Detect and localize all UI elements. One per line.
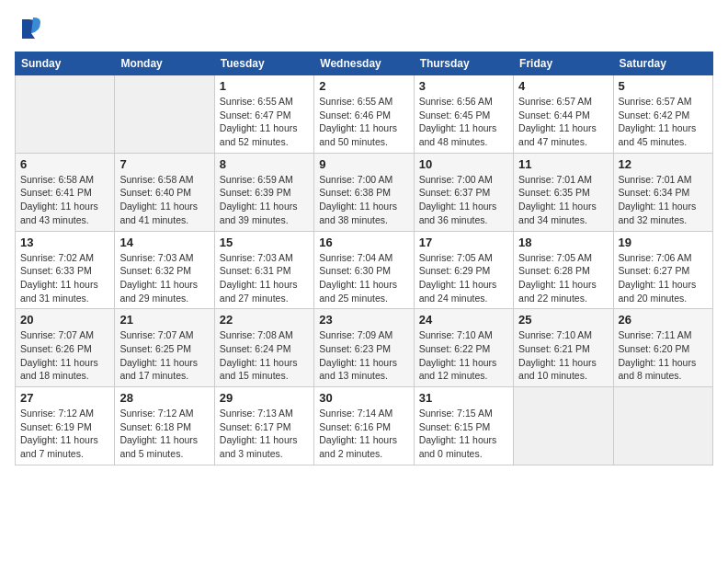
cell-content: Sunrise: 7:11 AM Sunset: 6:20 PM Dayligh… [619, 328, 708, 383]
calendar-cell: 23Sunrise: 7:09 AM Sunset: 6:23 PM Dayli… [314, 309, 414, 387]
calendar-cell: 10Sunrise: 7:00 AM Sunset: 6:37 PM Dayli… [414, 153, 513, 231]
day-header-wednesday: Wednesday [314, 52, 414, 75]
cell-content: Sunrise: 6:58 AM Sunset: 6:41 PM Dayligh… [20, 173, 109, 227]
cell-content: Sunrise: 7:07 AM Sunset: 6:26 PM Dayligh… [20, 328, 109, 383]
calendar-cell: 16Sunrise: 7:04 AM Sunset: 6:30 PM Dayli… [314, 231, 414, 309]
day-number: 30 [319, 391, 408, 405]
day-header-thursday: Thursday [414, 52, 513, 75]
day-number: 26 [619, 313, 708, 327]
cell-content: Sunrise: 7:00 AM Sunset: 6:37 PM Dayligh… [419, 173, 508, 227]
day-number: 15 [220, 236, 309, 249]
cell-content: Sunrise: 7:09 AM Sunset: 6:23 PM Dayligh… [319, 328, 408, 383]
day-number: 28 [119, 391, 209, 405]
days-header-row: SundayMondayTuesdayWednesdayThursdayFrid… [16, 52, 713, 75]
calendar-cell: 25Sunrise: 7:10 AM Sunset: 6:21 PM Dayli… [514, 309, 613, 387]
day-number: 7 [119, 157, 209, 171]
calendar-cell: 19Sunrise: 7:06 AM Sunset: 6:27 PM Dayli… [613, 231, 712, 309]
day-header-saturday: Saturday [613, 52, 712, 75]
day-number: 13 [20, 236, 109, 249]
cell-content: Sunrise: 6:57 AM Sunset: 6:44 PM Dayligh… [518, 95, 608, 149]
calendar-cell: 2Sunrise: 6:55 AM Sunset: 6:46 PM Daylig… [314, 75, 414, 154]
day-number: 31 [419, 391, 508, 405]
day-number: 5 [619, 79, 708, 93]
day-number: 17 [419, 236, 508, 249]
calendar-cell: 21Sunrise: 7:07 AM Sunset: 6:25 PM Dayli… [115, 309, 214, 387]
week-row-5: 27Sunrise: 7:12 AM Sunset: 6:19 PM Dayli… [16, 387, 713, 465]
cell-content: Sunrise: 7:05 AM Sunset: 6:28 PM Dayligh… [518, 251, 608, 305]
calendar-cell: 13Sunrise: 7:02 AM Sunset: 6:33 PM Dayli… [16, 231, 115, 309]
cell-content: Sunrise: 7:15 AM Sunset: 6:15 PM Dayligh… [419, 407, 508, 461]
day-number: 6 [20, 157, 109, 171]
cell-content: Sunrise: 7:13 AM Sunset: 6:17 PM Dayligh… [220, 407, 309, 461]
week-row-2: 6Sunrise: 6:58 AM Sunset: 6:41 PM Daylig… [16, 153, 713, 231]
calendar-cell: 14Sunrise: 7:03 AM Sunset: 6:32 PM Dayli… [115, 231, 214, 309]
day-number: 18 [518, 236, 608, 249]
calendar-cell: 27Sunrise: 7:12 AM Sunset: 6:19 PM Dayli… [16, 387, 115, 465]
calendar-cell: 24Sunrise: 7:10 AM Sunset: 6:22 PM Dayli… [414, 309, 513, 387]
cell-content: Sunrise: 6:56 AM Sunset: 6:45 PM Dayligh… [419, 95, 508, 149]
day-number: 25 [518, 313, 608, 327]
calendar-cell: 3Sunrise: 6:56 AM Sunset: 6:45 PM Daylig… [414, 75, 513, 154]
calendar-cell: 9Sunrise: 7:00 AM Sunset: 6:38 PM Daylig… [314, 153, 414, 231]
calendar-cell [613, 387, 712, 465]
calendar-cell [16, 75, 115, 154]
week-row-3: 13Sunrise: 7:02 AM Sunset: 6:33 PM Dayli… [16, 231, 713, 309]
day-number: 8 [220, 157, 309, 171]
week-row-4: 20Sunrise: 7:07 AM Sunset: 6:26 PM Dayli… [16, 309, 713, 387]
calendar-cell: 29Sunrise: 7:13 AM Sunset: 6:17 PM Dayli… [214, 387, 313, 465]
day-header-tuesday: Tuesday [214, 52, 313, 75]
calendar-cell: 12Sunrise: 7:01 AM Sunset: 6:34 PM Dayli… [613, 153, 712, 231]
cell-content: Sunrise: 7:05 AM Sunset: 6:29 PM Dayligh… [419, 251, 508, 305]
cell-content: Sunrise: 6:55 AM Sunset: 6:46 PM Dayligh… [319, 95, 408, 149]
cell-content: Sunrise: 7:06 AM Sunset: 6:27 PM Dayligh… [619, 251, 708, 305]
cell-content: Sunrise: 7:10 AM Sunset: 6:22 PM Dayligh… [419, 328, 508, 383]
calendar-cell [514, 387, 613, 465]
cell-content: Sunrise: 7:12 AM Sunset: 6:18 PM Dayligh… [119, 407, 209, 461]
calendar-cell: 26Sunrise: 7:11 AM Sunset: 6:20 PM Dayli… [613, 309, 712, 387]
day-header-monday: Monday [115, 52, 214, 75]
calendar-cell: 31Sunrise: 7:15 AM Sunset: 6:15 PM Dayli… [414, 387, 513, 465]
cell-content: Sunrise: 7:00 AM Sunset: 6:38 PM Dayligh… [319, 173, 408, 227]
day-header-sunday: Sunday [16, 52, 115, 75]
day-number: 11 [518, 157, 608, 171]
cell-content: Sunrise: 7:03 AM Sunset: 6:31 PM Dayligh… [220, 251, 309, 305]
calendar-cell: 22Sunrise: 7:08 AM Sunset: 6:24 PM Dayli… [214, 309, 313, 387]
day-number: 19 [619, 236, 708, 249]
day-number: 2 [319, 79, 408, 93]
day-number: 27 [20, 391, 109, 405]
day-number: 14 [119, 236, 209, 249]
cell-content: Sunrise: 7:02 AM Sunset: 6:33 PM Dayligh… [20, 251, 109, 305]
calendar-cell: 7Sunrise: 6:58 AM Sunset: 6:40 PM Daylig… [115, 153, 214, 231]
calendar-cell: 28Sunrise: 7:12 AM Sunset: 6:18 PM Dayli… [115, 387, 214, 465]
calendar-table: SundayMondayTuesdayWednesdayThursdayFrid… [15, 52, 713, 465]
cell-content: Sunrise: 7:08 AM Sunset: 6:24 PM Dayligh… [220, 328, 309, 383]
cell-content: Sunrise: 7:01 AM Sunset: 6:35 PM Dayligh… [518, 173, 608, 227]
calendar-cell [115, 75, 214, 154]
cell-content: Sunrise: 7:01 AM Sunset: 6:34 PM Dayligh… [619, 173, 708, 227]
day-number: 9 [319, 157, 408, 171]
cell-content: Sunrise: 7:10 AM Sunset: 6:21 PM Dayligh… [518, 328, 608, 383]
calendar-cell: 5Sunrise: 6:57 AM Sunset: 6:42 PM Daylig… [613, 75, 712, 154]
logo [15, 15, 46, 42]
day-number: 20 [20, 313, 109, 327]
cell-content: Sunrise: 7:07 AM Sunset: 6:25 PM Dayligh… [119, 328, 209, 383]
cell-content: Sunrise: 7:04 AM Sunset: 6:30 PM Dayligh… [319, 251, 408, 305]
day-number: 29 [220, 391, 309, 405]
calendar-cell: 20Sunrise: 7:07 AM Sunset: 6:26 PM Dayli… [16, 309, 115, 387]
calendar-cell: 1Sunrise: 6:55 AM Sunset: 6:47 PM Daylig… [214, 75, 313, 154]
calendar-cell: 18Sunrise: 7:05 AM Sunset: 6:28 PM Dayli… [514, 231, 613, 309]
calendar-cell: 8Sunrise: 6:59 AM Sunset: 6:39 PM Daylig… [214, 153, 313, 231]
cell-content: Sunrise: 6:55 AM Sunset: 6:47 PM Dayligh… [220, 95, 309, 149]
cell-content: Sunrise: 7:12 AM Sunset: 6:19 PM Dayligh… [20, 407, 109, 461]
day-number: 3 [419, 79, 508, 93]
cell-content: Sunrise: 6:57 AM Sunset: 6:42 PM Dayligh… [619, 95, 708, 149]
day-header-friday: Friday [514, 52, 613, 75]
day-number: 1 [220, 79, 309, 93]
day-number: 12 [619, 157, 708, 171]
calendar-cell: 11Sunrise: 7:01 AM Sunset: 6:35 PM Dayli… [514, 153, 613, 231]
day-number: 21 [119, 313, 209, 327]
cell-content: Sunrise: 6:59 AM Sunset: 6:39 PM Dayligh… [220, 173, 309, 227]
calendar-cell: 30Sunrise: 7:14 AM Sunset: 6:16 PM Dayli… [314, 387, 414, 465]
calendar-cell: 6Sunrise: 6:58 AM Sunset: 6:41 PM Daylig… [16, 153, 115, 231]
cell-content: Sunrise: 7:14 AM Sunset: 6:16 PM Dayligh… [319, 407, 408, 461]
